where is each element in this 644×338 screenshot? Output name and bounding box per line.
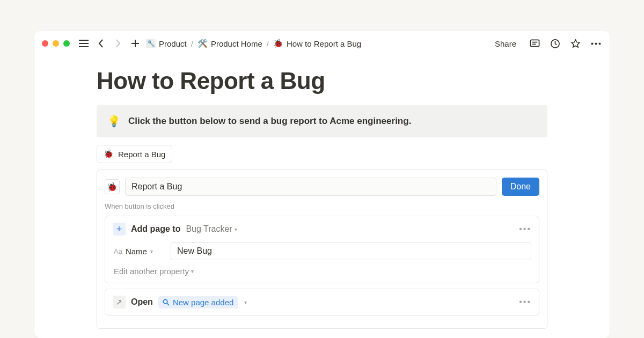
open-target-token[interactable]: New page added <box>158 296 238 308</box>
action-label: Add page to <box>131 224 180 234</box>
button-name-input[interactable] <box>125 178 496 196</box>
callout-text: Click the button below to send a bug rep… <box>128 116 411 127</box>
back-button[interactable] <box>94 37 107 50</box>
breadcrumb-label: Product Home <box>211 39 262 48</box>
breadcrumb-product-home[interactable]: 🛠️ Product Home <box>197 39 262 48</box>
page-title[interactable]: How to Report a Bug <box>97 68 547 94</box>
comments-icon[interactable] <box>528 37 541 50</box>
action-label: Open <box>131 297 153 307</box>
property-row: Aa Name ▾ <box>113 242 531 260</box>
app-window: 🔧 Product / 🛠️ Product Home / 🐞 How to R… <box>34 31 610 338</box>
callout-block[interactable]: 💡 Click the button below to send a bug r… <box>97 105 547 137</box>
tools-icon: 🛠️ <box>197 39 208 48</box>
forward-button[interactable] <box>112 37 125 50</box>
minimize-window[interactable] <box>53 40 59 47</box>
when-clicked-label: When button is clicked <box>105 202 539 210</box>
menu-icon[interactable] <box>77 37 90 50</box>
done-button[interactable]: Done <box>502 178 539 196</box>
report-bug-button[interactable]: 🐞 Report a Bug <box>97 145 172 163</box>
breadcrumb-separator: / <box>191 39 193 48</box>
wrench-icon: 🔧 <box>146 39 156 48</box>
ladybug-icon: 🐞 <box>104 149 114 159</box>
property-value-input[interactable] <box>171 242 531 260</box>
action-add-page: + Add page to Bug Tracker ▾ ••• Aa Name … <box>105 216 539 283</box>
history-icon[interactable] <box>548 37 561 50</box>
edit-another-property[interactable]: Edit another property ▾ <box>113 267 194 276</box>
button-label: Report a Bug <box>118 150 165 159</box>
window-controls <box>42 40 70 47</box>
property-name: Name <box>126 247 147 256</box>
svg-point-3 <box>595 42 597 45</box>
maximize-window[interactable] <box>63 40 70 47</box>
close-window[interactable] <box>42 40 48 47</box>
breadcrumb-current-page[interactable]: 🐞 How to Report a Bug <box>273 39 361 48</box>
breadcrumb-label: Product <box>159 39 187 48</box>
action-open-page: ↗ Open New page added ▾ ••• <box>105 289 539 315</box>
breadcrumb-product[interactable]: 🔧 Product <box>146 39 187 48</box>
token-label: New page added <box>173 298 233 307</box>
chevron-down-icon: ▾ <box>150 248 153 254</box>
button-icon-picker[interactable]: 🐞 <box>105 179 120 194</box>
breadcrumb: 🔧 Product / 🛠️ Product Home / 🐞 How to R… <box>146 39 361 48</box>
page-content: How to Report a Bug 💡 Click the button b… <box>34 68 610 329</box>
target-label: Bug Tracker <box>186 224 232 234</box>
breadcrumb-separator: / <box>267 39 269 48</box>
search-icon <box>163 299 170 306</box>
lightbulb-icon: 💡 <box>107 115 121 128</box>
breadcrumb-label: How to Report a Bug <box>287 39 361 48</box>
action-more-icon[interactable]: ••• <box>519 297 531 307</box>
chevron-down-icon: ▾ <box>235 226 237 232</box>
svg-point-5 <box>163 299 167 303</box>
property-picker[interactable]: Aa Name ▾ <box>114 247 165 256</box>
more-icon[interactable] <box>589 37 602 50</box>
topbar: 🔧 Product / 🛠️ Product Home / 🐞 How to R… <box>34 31 610 56</box>
action-more-icon[interactable]: ••• <box>519 224 531 234</box>
svg-point-2 <box>591 42 593 45</box>
config-header: 🐞 Done <box>105 178 539 196</box>
open-arrow-icon: ↗ <box>113 296 126 308</box>
new-page-button[interactable] <box>129 37 142 50</box>
svg-rect-0 <box>530 40 539 46</box>
ladybug-icon: 🐞 <box>273 39 283 48</box>
button-config-panel: 🐞 Done When button is clicked + Add page… <box>97 170 547 329</box>
edit-another-label: Edit another property <box>114 267 189 276</box>
favorite-icon[interactable] <box>569 37 582 50</box>
svg-point-4 <box>598 42 601 45</box>
chevron-down-icon: ▾ <box>244 299 247 305</box>
share-button[interactable]: Share <box>495 39 516 48</box>
text-type-icon: Aa <box>114 247 122 255</box>
action-target-picker[interactable]: Bug Tracker ▾ <box>186 224 237 234</box>
plus-icon: + <box>113 223 126 236</box>
chevron-down-icon: ▾ <box>191 268 194 274</box>
